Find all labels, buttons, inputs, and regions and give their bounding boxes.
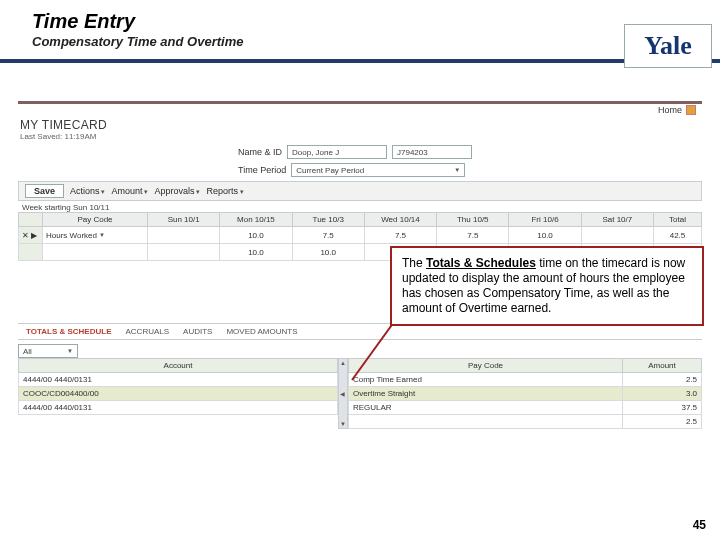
callout-box: The Totals & Schedules time on the timec… [390,246,704,326]
name-field[interactable]: Doop, Jone J [287,145,387,159]
chevron-down-icon: ▼ [67,348,73,354]
name-id-label: Name & ID [238,147,282,157]
time-period-value: Current Pay Period [296,166,364,175]
hours-cell[interactable]: 10.0 [220,227,292,244]
time-period-label: Time Period [238,165,286,175]
hours-cell[interactable] [581,227,653,244]
scroll-down-icon[interactable]: ▼ [340,421,346,427]
amount-cell: 37.5 [623,401,702,415]
amount-cell: 2.5 [623,415,702,429]
table-row[interactable]: COOC/CD004400/00 [19,387,338,401]
tab-accruals[interactable]: ACCRUALS [125,327,169,336]
totals-right-table: Pay Code Amount Comp Time Earned 2.5 Ove… [348,358,702,429]
page-subtitle: Compensatory Time and Overtime [32,34,720,49]
paycode-cell: Overtime Straight [348,387,622,401]
splitter-scrollbar[interactable]: ▲ ◀ ▼ [338,358,348,429]
menu-actions[interactable]: Actions [70,186,105,196]
paycode-cell: REGULAR [348,401,622,415]
col-account: Account [19,359,338,373]
col-day: Sun 10/1 [148,213,220,227]
col-paycode: Pay Code [43,213,148,227]
account-cell: 4444/00 4440/0131 [19,373,338,387]
scroll-up-icon[interactable]: ▲ [340,360,346,366]
home-link[interactable]: Home [658,105,682,115]
timecard-header-row: Pay Code Sun 10/1 Mon 10/15 Tue 10/3 Wed… [19,213,702,227]
all-select[interactable]: All ▼ [18,344,78,358]
chevron-down-icon: ▼ [99,232,105,238]
menu-approvals[interactable]: Approvals [154,186,200,196]
svg-line-0 [352,322,394,380]
amount-cell: 2.5 [623,373,702,387]
account-cell: 4444/00 4440/0131 [19,401,338,415]
table-row[interactable]: 2.5 [348,415,701,429]
tab-moved[interactable]: MOVED AMOUNTS [226,327,297,336]
totals-left-table: Account 4444/00 4440/0131 COOC/CD004400/… [18,358,338,415]
paycode-cell[interactable] [43,244,148,261]
tab-totals-schedule[interactable]: TOTALS & SCHEDULE [26,327,111,336]
hours-cell[interactable]: 10.0 [220,244,292,261]
hours-cell[interactable]: 7.5 [364,227,436,244]
callout-text: The [402,256,426,270]
last-saved-label: Last Saved: 11:19AM [20,132,702,141]
col-day: Wed 10/14 [364,213,436,227]
col-day: Sat 10/7 [581,213,653,227]
chevron-down-icon: ▼ [454,167,460,173]
week-label: Week starting Sun 10/11 [22,203,702,212]
hours-cell[interactable]: 10.0 [509,227,581,244]
col-day: Fri 10/6 [509,213,581,227]
account-cell: COOC/CD004400/00 [19,387,338,401]
all-select-value: All [23,347,32,356]
page-title: Time Entry [32,10,720,33]
table-row[interactable]: 4444/00 4440/0131 [19,373,338,387]
table-row[interactable]: Comp Time Earned 2.5 [348,373,701,387]
scroll-left-icon[interactable]: ◀ [340,390,345,397]
paycode-cell[interactable]: Hours Worked▼ [43,227,148,244]
save-button[interactable]: Save [25,184,64,198]
name-value: Doop, Jone J [292,148,339,157]
hours-cell[interactable] [148,244,220,261]
row-tools[interactable]: ✕ ▶ [19,227,43,244]
tab-audits[interactable]: AUDITS [183,327,212,336]
hours-cell[interactable] [148,227,220,244]
paycode-value: Hours Worked [46,231,97,240]
table-row[interactable]: REGULAR 37.5 [348,401,701,415]
col-day: Thu 10/5 [437,213,509,227]
home-icon[interactable] [686,105,696,115]
table-row[interactable]: 4444/00 4440/0131 [19,401,338,415]
id-field[interactable]: J794203 [392,145,472,159]
row-tools[interactable] [19,244,43,261]
menu-reports[interactable]: Reports [206,186,243,196]
toolbar: Save Actions Amount Approvals Reports [18,181,702,201]
callout-leader-line [350,322,395,382]
time-period-select[interactable]: Current Pay Period ▼ [291,163,465,177]
slide-number: 45 [693,518,706,532]
paycode-cell [348,415,622,429]
col-amount: Amount [623,359,702,373]
hours-cell[interactable]: 7.5 [437,227,509,244]
app-corner-bar: Home [18,101,702,116]
col-day: Mon 10/15 [220,213,292,227]
section-title-my-timecard: MY TIMECARD [20,118,702,132]
hours-cell[interactable]: 10.0 [292,244,364,261]
callout-key-term: Totals & Schedules [426,256,536,270]
total-cell: 42.5 [654,227,702,244]
brand-logo: Yale [624,24,712,68]
id-value: J794203 [397,148,428,157]
menu-amount[interactable]: Amount [112,186,149,196]
table-row[interactable]: Overtime Straight 3.0 [348,387,701,401]
col-total: Total [654,213,702,227]
amount-cell: 3.0 [623,387,702,401]
col-day: Tue 10/3 [292,213,364,227]
timecard-row: ✕ ▶ Hours Worked▼ 10.0 7.5 7.5 7.5 10.0 … [19,227,702,244]
hours-cell[interactable]: 7.5 [292,227,364,244]
